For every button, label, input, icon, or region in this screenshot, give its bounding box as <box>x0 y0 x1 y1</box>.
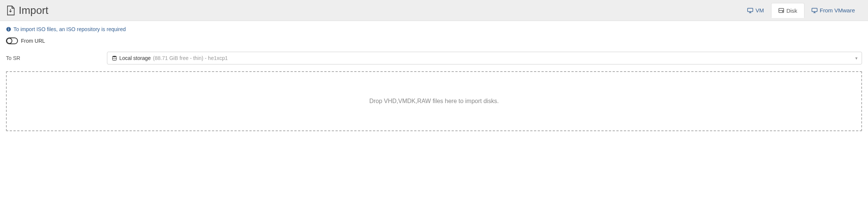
svg-point-7 <box>113 56 117 57</box>
monitor-icon <box>747 7 753 13</box>
tab-disk-label: Disk <box>786 7 797 14</box>
page-header: Import VM Disk From VMware <box>0 0 868 21</box>
from-url-row: From URL <box>6 37 862 44</box>
tab-vm-label: VM <box>755 7 764 13</box>
info-text: To import ISO files, an ISO repository i… <box>13 26 126 32</box>
sr-select[interactable]: Local storage (88.71 GiB free - thin) - … <box>107 52 862 64</box>
tab-vmware[interactable]: From VMware <box>804 3 862 18</box>
file-dropzone[interactable]: Drop VHD,VMDK,RAW files here to import d… <box>6 71 862 131</box>
database-icon <box>112 55 117 61</box>
svg-rect-3 <box>812 8 817 12</box>
svg-rect-5 <box>8 29 9 30</box>
sr-value-main: Local storage <box>119 55 151 61</box>
tab-disk[interactable]: Disk <box>771 3 804 18</box>
tab-vmware-label: From VMware <box>820 7 855 13</box>
dropzone-text: Drop VHD,VMDK,RAW files here to import d… <box>369 98 499 105</box>
tab-vm[interactable]: VM <box>740 3 771 18</box>
tabs-container: VM Disk From VMware <box>740 3 862 18</box>
page-title: Import <box>19 4 48 16</box>
content-area: To import ISO files, an ISO repository i… <box>0 21 868 136</box>
to-sr-row: To SR Local storage (88.71 GiB free - th… <box>6 52 862 64</box>
from-url-label: From URL <box>21 38 45 44</box>
to-sr-label: To SR <box>6 55 107 61</box>
info-notice: To import ISO files, an ISO repository i… <box>6 26 862 32</box>
monitor-icon <box>812 7 818 13</box>
caret-down-icon: ▼ <box>855 56 858 60</box>
header-left: Import <box>6 4 48 16</box>
sr-select-wrapper: Local storage (88.71 GiB free - thin) - … <box>107 52 862 64</box>
disk-icon <box>778 7 784 13</box>
import-file-icon <box>6 5 15 16</box>
svg-rect-0 <box>748 8 753 12</box>
sr-value-sub: (88.71 GiB free - thin) - he1xcp1 <box>153 55 228 61</box>
svg-point-2 <box>782 11 783 12</box>
from-url-toggle[interactable] <box>6 37 18 44</box>
info-icon <box>6 27 11 32</box>
svg-point-6 <box>8 28 9 28</box>
